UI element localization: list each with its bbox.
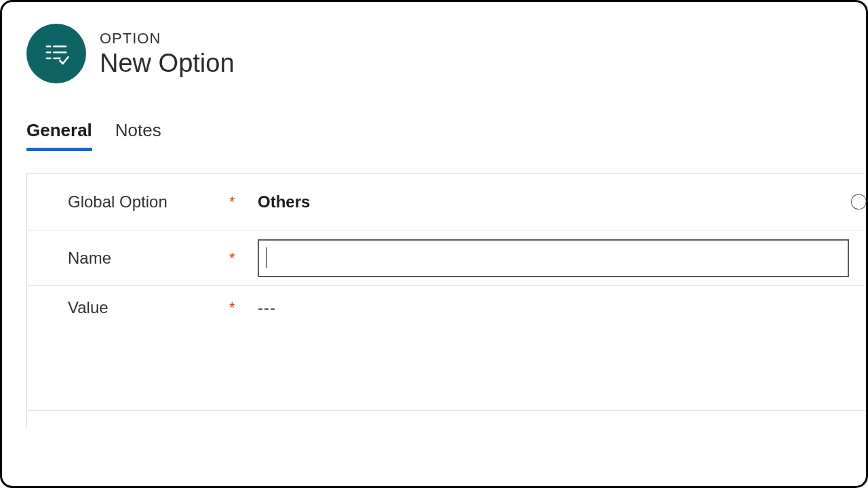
entity-type-label: OPTION	[100, 30, 235, 47]
field-row-name: Name *	[27, 230, 868, 286]
tab-notes[interactable]: Notes	[115, 120, 161, 151]
option-list-icon	[26, 24, 86, 83]
field-row-global-option: Global Option * Others 〇	[27, 174, 868, 230]
page-title: New Option	[100, 49, 235, 78]
required-indicator: *	[229, 193, 243, 211]
form-header: OPTION New Option	[2, 2, 866, 83]
field-row-empty	[27, 329, 868, 411]
name-input-wrap	[258, 239, 849, 277]
header-text: OPTION New Option	[100, 30, 235, 78]
value-display[interactable]: ---	[258, 298, 276, 317]
field-row-spacer	[27, 411, 868, 429]
lookup-clear-icon[interactable]: 〇	[850, 190, 867, 214]
tab-bar: General Notes	[26, 120, 866, 151]
global-option-label: Global Option	[68, 192, 229, 211]
name-label: Name	[68, 249, 229, 268]
required-indicator: *	[229, 299, 243, 317]
name-input[interactable]	[258, 239, 849, 277]
field-row-value: Value * ---	[27, 286, 868, 329]
window-frame: OPTION New Option General Notes Global O…	[0, 0, 868, 488]
text-caret	[266, 247, 267, 268]
value-label: Value	[68, 298, 229, 317]
form-panel: Global Option * Others 〇 Name * Value * …	[26, 173, 868, 429]
global-option-value[interactable]: Others	[258, 192, 310, 211]
tab-general[interactable]: General	[26, 120, 92, 151]
required-indicator: *	[229, 249, 243, 267]
